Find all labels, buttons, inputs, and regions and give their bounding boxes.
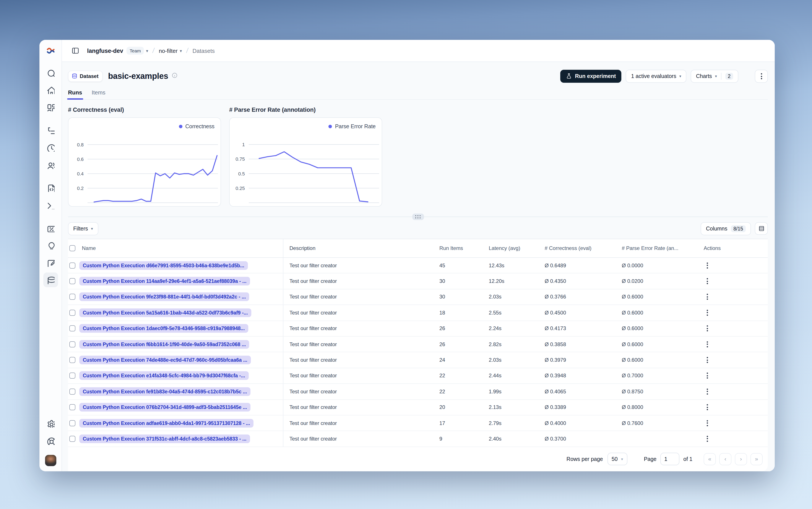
rows-per-page-select[interactable]: 50 ▾ — [607, 453, 628, 465]
row-checkbox[interactable] — [69, 326, 75, 332]
row-checkbox[interactable] — [69, 436, 75, 442]
table-row[interactable]: Custom Python Execution d66e7991-8595-45… — [68, 258, 768, 274]
row-kebab-button[interactable] — [704, 260, 711, 271]
row-kebab-button[interactable] — [704, 418, 711, 428]
previous-page-button[interactable]: ‹ — [719, 453, 732, 465]
row-checkbox[interactable] — [69, 357, 75, 363]
table-row[interactable]: Custom Python Execution 076b2704-341d-48… — [68, 400, 768, 415]
row-checkbox[interactable] — [69, 262, 75, 268]
row-checkbox[interactable] — [69, 404, 75, 410]
filters-button[interactable]: Filters ▾ — [68, 222, 98, 235]
run-name-link[interactable]: Custom Python Execution 9fe23f98-881e-44… — [79, 293, 249, 301]
row-kebab-button[interactable] — [704, 324, 711, 334]
table-row[interactable]: Custom Python Execution 5a15a616-1bab-44… — [68, 305, 768, 321]
row-kebab-button[interactable] — [704, 276, 711, 286]
row-checkbox[interactable] — [69, 341, 75, 347]
sidebar-item-users[interactable] — [43, 157, 58, 172]
sidebar-item-dashboard[interactable] — [43, 100, 58, 114]
row-kebab-button[interactable] — [704, 434, 711, 444]
chart-legend: Parse Error Rate — [329, 124, 376, 130]
run-name-cell: Custom Python Execution 5a15a616-1bab-44… — [79, 305, 283, 320]
run-name-link[interactable]: Custom Python Execution adfae619-abb0-4d… — [79, 419, 253, 427]
sidebar-item-annotation[interactable] — [43, 255, 58, 270]
row-actions-cell — [699, 434, 768, 444]
sidebar-item-search[interactable] — [43, 65, 58, 80]
run-name-link[interactable]: Custom Python Execution 5a15a616-1bab-44… — [79, 308, 251, 317]
sidebar-item-evaluators[interactable] — [43, 220, 58, 235]
run-name-cell: Custom Python Execution adfae619-abb0-4d… — [79, 415, 283, 431]
row-kebab-button[interactable] — [704, 371, 711, 381]
chevron-down-icon[interactable]: ▾ — [146, 48, 148, 53]
run-name-link[interactable]: Custom Python Execution e14fa348-5cfc-49… — [79, 371, 248, 380]
sidebar-item-support[interactable] — [43, 433, 58, 448]
row-height-button[interactable] — [755, 222, 768, 235]
table-row[interactable]: Custom Python Execution 371f531c-abff-4d… — [68, 431, 768, 447]
sidebar-item-playground[interactable] — [43, 198, 58, 212]
row-checkbox[interactable] — [69, 388, 75, 395]
run-name-link[interactable]: Custom Python Execution 1daec0f9-5e78-43… — [79, 324, 248, 333]
table-row[interactable]: Custom Python Execution 1daec0f9-5e78-43… — [68, 321, 768, 337]
row-checkbox[interactable] — [69, 373, 75, 379]
sidebar-item-sessions[interactable] — [43, 140, 58, 155]
chevron-down-icon[interactable]: ▾ — [180, 48, 182, 53]
row-checkbox[interactable] — [69, 278, 75, 284]
row-kebab-button[interactable] — [704, 402, 711, 412]
table-row[interactable]: Custom Python Execution 114aa9ef-29e6-4e… — [68, 274, 768, 290]
row-checkbox[interactable] — [69, 310, 75, 316]
row-checkbox[interactable] — [69, 294, 75, 300]
sidebar-collapse-button[interactable] — [70, 45, 81, 56]
run-name-link[interactable]: Custom Python Execution 371f531c-abff-4d… — [79, 435, 250, 443]
sidebar-item-prompts[interactable] — [43, 180, 58, 195]
evaluators-label: 1 active evaluators — [631, 73, 676, 79]
run-experiment-button[interactable]: Run experiment — [560, 70, 621, 83]
next-page-button[interactable]: › — [735, 453, 747, 465]
table-row[interactable]: Custom Python Execution f6bb1614-1f90-40… — [68, 337, 768, 352]
resize-drag-handle[interactable] — [412, 213, 424, 220]
first-page-button[interactable]: « — [704, 453, 716, 465]
more-options-button[interactable] — [755, 70, 768, 83]
table-row[interactable]: Custom Python Execution fe91b83e-04a5-47… — [68, 384, 768, 400]
langfuse-logo[interactable] — [46, 46, 55, 56]
parse-error-rate-cell: Ø 0.8000 — [622, 404, 699, 410]
run-name-link[interactable]: Custom Python Execution 74de488e-ec9d-47… — [79, 355, 251, 364]
columns-button[interactable]: Columns 8/15 — [701, 222, 751, 235]
table-row[interactable]: Custom Python Execution 9fe23f98-881e-44… — [68, 290, 768, 305]
breadcrumb-project[interactable]: langfuse-dev — [87, 47, 123, 54]
info-icon[interactable] — [172, 72, 178, 80]
run-name-link[interactable]: Custom Python Execution fe91b83e-04a5-47… — [79, 387, 250, 396]
select-all-checkbox[interactable] — [69, 245, 75, 251]
run-name-link[interactable]: Custom Python Execution f6bb1614-1f90-40… — [79, 340, 249, 348]
table-row[interactable]: Custom Python Execution e14fa348-5cfc-49… — [68, 368, 768, 384]
run-items-cell: 26 — [439, 341, 489, 347]
sidebar-item-settings[interactable] — [43, 416, 58, 431]
dataset-type-pill: Dataset — [68, 71, 103, 82]
row-checkbox[interactable] — [69, 420, 75, 426]
row-kebab-button[interactable] — [704, 292, 711, 302]
table-row[interactable]: Custom Python Execution 74de488e-ec9d-47… — [68, 352, 768, 368]
playground-terminal-icon — [46, 201, 55, 209]
sidebar-item-tracing[interactable] — [43, 123, 58, 137]
table-row[interactable]: Custom Python Execution adfae619-abb0-4d… — [68, 415, 768, 431]
row-kebab-button[interactable] — [704, 355, 711, 365]
sidebar-item-insights[interactable] — [43, 238, 58, 252]
tab-runs[interactable]: Runs — [68, 89, 82, 99]
row-kebab-button[interactable] — [704, 339, 711, 349]
run-name-link[interactable]: Custom Python Execution 114aa9ef-29e6-4e… — [79, 277, 250, 285]
run-description-cell: Test our filter creator — [283, 388, 439, 395]
sidebar-item-home[interactable] — [43, 82, 58, 97]
charts-toggle-button[interactable]: Charts ▾ 2 — [691, 70, 738, 83]
row-kebab-button[interactable] — [704, 386, 711, 397]
parse-error-rate-cell: Ø 0.7000 — [622, 373, 699, 379]
page-number-input[interactable] — [661, 453, 679, 465]
run-name-cell: Custom Python Execution d66e7991-8595-45… — [79, 258, 283, 273]
last-page-button[interactable]: » — [750, 453, 763, 465]
tab-items[interactable]: Items — [92, 89, 105, 99]
user-avatar[interactable] — [45, 455, 56, 466]
breadcrumb-section[interactable]: Datasets — [193, 47, 215, 54]
active-evaluators-button[interactable]: 1 active evaluators ▾ — [626, 70, 686, 83]
breadcrumb-environment[interactable]: no-filter — [159, 47, 178, 54]
run-name-link[interactable]: Custom Python Execution 076b2704-341d-48… — [79, 403, 250, 411]
run-name-link[interactable]: Custom Python Execution d66e7991-8595-45… — [79, 261, 248, 270]
row-kebab-button[interactable] — [704, 308, 711, 318]
sidebar-item-datasets[interactable] — [43, 272, 58, 287]
